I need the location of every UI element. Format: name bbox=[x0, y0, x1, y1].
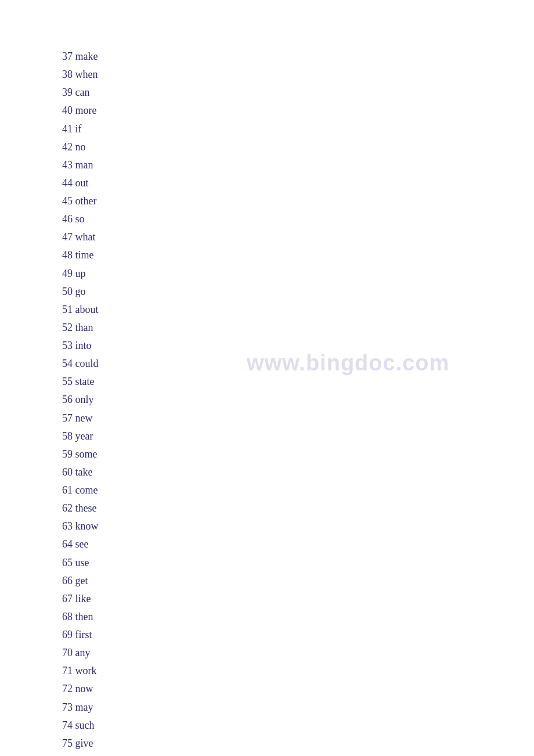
list-item: 65 use bbox=[62, 554, 99, 572]
list-item: 57 new bbox=[62, 409, 99, 427]
list-item: 43 man bbox=[62, 156, 99, 174]
word-list: 37 make38 when39 can40 more41 if42 no43 … bbox=[62, 48, 99, 756]
list-item: 44 out bbox=[62, 174, 99, 192]
list-item: 66 get bbox=[62, 572, 99, 590]
list-item: 53 into bbox=[62, 337, 99, 355]
list-item: 49 up bbox=[62, 265, 99, 283]
list-item: 39 can bbox=[62, 84, 99, 102]
list-item: 59 some bbox=[62, 445, 99, 463]
list-item: 63 know bbox=[62, 517, 99, 535]
list-item: 56 only bbox=[62, 391, 99, 409]
list-item: 72 now bbox=[62, 680, 99, 698]
list-item: 70 any bbox=[62, 644, 99, 662]
list-item: 48 time bbox=[62, 246, 99, 264]
list-item: 42 no bbox=[62, 138, 99, 156]
list-item: 68 then bbox=[62, 608, 99, 626]
list-item: 50 go bbox=[62, 283, 99, 301]
list-item: 52 than bbox=[62, 319, 99, 337]
list-item: 60 take bbox=[62, 463, 99, 481]
list-item: 55 state bbox=[62, 373, 99, 391]
list-item: 64 see bbox=[62, 535, 99, 553]
list-item: 67 like bbox=[62, 590, 99, 608]
list-item: 75 give bbox=[62, 735, 99, 753]
list-item: 69 first bbox=[62, 626, 99, 644]
list-item: 46 so bbox=[62, 210, 99, 228]
list-item: 51 about bbox=[62, 301, 99, 319]
list-item: 45 other bbox=[62, 192, 99, 210]
list-item: 37 make bbox=[62, 48, 99, 66]
list-item: 61 come bbox=[62, 481, 99, 499]
list-item: 73 may bbox=[62, 699, 99, 717]
list-item: 40 more bbox=[62, 102, 99, 120]
list-item: 58 year bbox=[62, 427, 99, 445]
list-item: 76 over bbox=[62, 753, 99, 756]
list-item: 38 when bbox=[62, 66, 99, 84]
list-item: 54 could bbox=[62, 355, 99, 373]
list-item: 47 what bbox=[62, 228, 99, 246]
watermark: www.bingdoc.com bbox=[247, 350, 449, 375]
list-item: 71 work bbox=[62, 662, 99, 680]
list-item: 62 these bbox=[62, 499, 99, 517]
list-item: 41 if bbox=[62, 120, 99, 138]
list-item: 74 such bbox=[62, 717, 99, 735]
